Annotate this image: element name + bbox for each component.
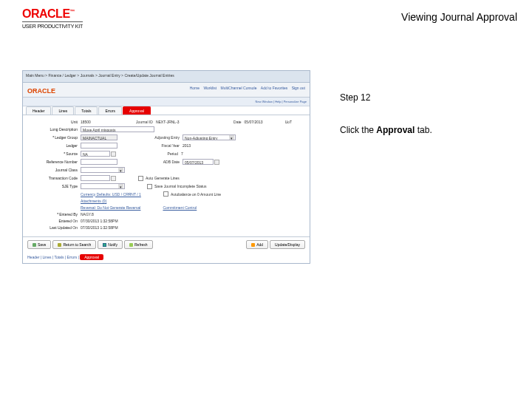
oracle-logo: ORACLE™ <box>22 7 83 21</box>
checkbox-save-incomplete[interactable] <box>147 184 152 189</box>
screenshot-column: Main Menu > Finance / Ledger > Journals … <box>22 70 318 264</box>
step-number: Step 12 <box>340 92 432 103</box>
label-journal-class: Journal Class <box>29 168 81 172</box>
nav-worklist[interactable]: Worklist <box>203 86 216 90</box>
link-commitment[interactable]: Commitment Control <box>163 205 197 210</box>
label-source: Source <box>29 151 81 156</box>
row-currency-def: Currency Defaults: USD / CRRNT / 1 Autob… <box>29 191 304 197</box>
label-sjetype: SJE Type <box>29 184 81 188</box>
checkbox-autobalance[interactable] <box>163 191 168 197</box>
row-entered-by: Entered By NAGY.8 <box>29 212 304 216</box>
row-reversal: Reversal: Do Not Generate Reversal Commi… <box>29 205 304 210</box>
add-button[interactable]: Add <box>246 240 268 249</box>
label-journal-id: Journal ID <box>113 120 156 124</box>
row-sjetype: SJE Type Save Journal Incomplete Status <box>29 183 304 189</box>
label-date: Date <box>202 120 245 124</box>
app-oracle-logo: ORACLE <box>23 84 55 95</box>
input-adb-date[interactable]: 05/07/2013 <box>183 159 214 165</box>
label-entered-on: Entered On <box>29 219 81 223</box>
app-brand-row: ORACLE Home Worklist MultiChannel Consol… <box>23 83 310 98</box>
app-nav-links: Home Worklist MultiChannel Console Add t… <box>187 86 305 90</box>
tab-row: Header Lines Totals Errors Approval <box>23 106 310 115</box>
content-region: Main Menu > Finance / Ledger > Journals … <box>22 70 517 264</box>
breadcrumb[interactable]: Main Menu > Finance / Ledger > Journals … <box>23 71 310 78</box>
instruction-suffix: tab. <box>415 125 432 135</box>
app-topbar: Main Menu > Finance / Ledger > Journals … <box>23 71 310 83</box>
row-source: Source NA Period 7 <box>29 151 304 157</box>
uot-indicator: UoT <box>285 120 292 124</box>
link-currency-defaults[interactable]: Currency Defaults: USD / CRRNT / 1 <box>81 192 141 197</box>
update-button[interactable]: Update/Display <box>270 240 305 249</box>
return-button[interactable]: Return to Search <box>52 240 96 249</box>
label-long-desc: Long Description <box>29 127 81 132</box>
brand-block: ORACLE™ USER PRODUCTIVITY KIT <box>22 7 83 29</box>
input-ref-no[interactable] <box>81 159 117 165</box>
label-ledger-group: Ledger Group <box>29 135 81 140</box>
select-sjetype[interactable] <box>81 183 125 189</box>
row-attachments: Attachments (0) <box>29 199 304 203</box>
add-icon <box>251 243 255 247</box>
input-ledger-group[interactable]: MAINACTUAL <box>81 134 117 140</box>
nav-signout[interactable]: Sign out <box>292 86 305 90</box>
label-ref-no: Reference Number <box>29 160 81 164</box>
input-trans-code[interactable] <box>81 175 110 181</box>
select-adjusting-entry[interactable]: Non-Adjusting Entry <box>183 134 236 140</box>
nav-multichannel[interactable]: MultiChannel Console <box>221 86 257 90</box>
form-area: Unit 18500 Journal ID NEXT-JRNL-3 Date 0… <box>23 115 310 236</box>
label-entered-by: Entered By <box>29 212 81 216</box>
value-period: 7 <box>181 151 183 156</box>
value-journal-id: NEXT-JRNL-3 <box>156 120 180 124</box>
tab-errors[interactable]: Errors <box>98 106 122 115</box>
label-period: Period <box>138 151 181 156</box>
link-attachments[interactable]: Attachments (0) <box>81 199 106 203</box>
instruction-text: Click the Approval tab. <box>340 125 432 135</box>
instruction-bold: Approval <box>376 125 415 135</box>
tab-header[interactable]: Header <box>26 106 51 115</box>
save-button[interactable]: Save <box>27 240 51 249</box>
select-journal-class[interactable] <box>81 167 125 173</box>
refresh-button[interactable]: Refresh <box>124 240 153 249</box>
return-icon <box>58 243 61 247</box>
app-toolbar: New Window | Help | Personalize Page <box>23 98 310 106</box>
row-journal-class: Journal Class <box>29 167 304 173</box>
row-ledger-group: Ledger Group MAINACTUAL Adjusting Entry … <box>29 134 304 140</box>
toolbar-right-links[interactable]: New Window | Help | Personalize Page <box>256 100 307 103</box>
label-save-incomplete: Save Journal Incomplete Status <box>154 184 207 188</box>
nav-home[interactable]: Home <box>190 86 200 90</box>
label-autobalance: Autobalance on 0 Amount Line <box>171 192 221 197</box>
row-ledger: Ledger Fiscal Year 2013 <box>29 143 304 149</box>
label-trans-code: Transaction Code <box>29 176 81 180</box>
input-ledger[interactable] <box>81 143 117 149</box>
calendar-icon[interactable] <box>214 160 219 165</box>
tab-lines[interactable]: Lines <box>52 106 74 115</box>
row-entered-on: Entered On 07/30/2013 1:32:58PM <box>29 219 304 223</box>
value-last-updated: 07/30/2013 1:32:58PM <box>81 225 118 230</box>
app-window: Main Menu > Finance / Ledger > Journals … <box>22 70 310 264</box>
lookup-icon[interactable] <box>111 151 116 157</box>
lookup-icon-2[interactable] <box>111 176 116 181</box>
save-icon <box>33 243 36 247</box>
label-fiscal-year: Fiscal Year <box>140 143 183 148</box>
tab-totals[interactable]: Totals <box>75 106 98 115</box>
tab-approval[interactable]: Approval <box>123 106 151 115</box>
button-bar: Save Return to Search Notify Refresh Add… <box>23 236 310 252</box>
nav-favorites[interactable]: Add to Favorites <box>261 86 287 90</box>
header-region: ORACLE™ USER PRODUCTIVITY KIT Viewing Jo… <box>22 7 517 44</box>
instruction-prefix: Click the <box>340 125 376 135</box>
row-ref-no: Reference Number ADB Date 05/07/2013 <box>29 159 304 165</box>
input-long-desc[interactable]: Move April misposts <box>81 126 154 132</box>
refresh-icon <box>129 243 133 247</box>
label-last-updated: Last Updated On <box>29 225 81 230</box>
label-adb-date: ADB Date <box>140 160 183 164</box>
notify-button[interactable]: Notify <box>98 240 123 249</box>
label-unit: Unit <box>29 120 81 124</box>
notify-icon <box>103 243 106 247</box>
checkbox-auto-gen[interactable] <box>138 176 143 181</box>
lower-tab-approval[interactable]: Approval <box>80 254 103 260</box>
lower-tabs: Header | Lines | Totals | Errors | Appro… <box>23 252 310 263</box>
instruction-column: Step 12 Click the Approval tab. <box>340 92 432 135</box>
lower-tabs-links[interactable]: Header | Lines | Totals | Errors | <box>27 255 79 259</box>
link-reversal[interactable]: Reversal: Do Not Generate Reversal <box>81 205 140 210</box>
row-trans-code: Transaction Code Auto Generate Lines <box>29 175 304 181</box>
input-source[interactable]: NA <box>81 151 110 157</box>
